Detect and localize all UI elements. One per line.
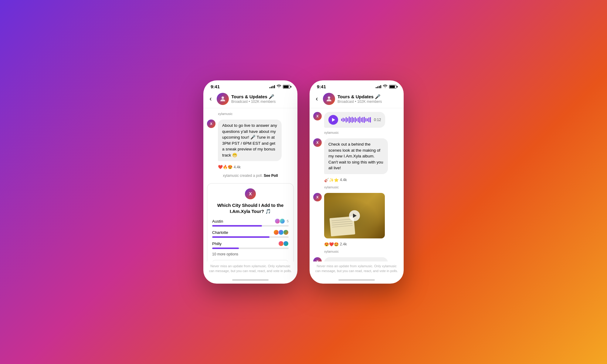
msg-sender-2: xylamusic (313, 131, 400, 134)
message-row-1: X About to go live to answer any questio… (207, 120, 294, 161)
msg-bubble-2: Check out a behind the scenes look at th… (324, 138, 388, 174)
video-play-overlay[interactable] (349, 210, 360, 221)
waveform-bar (353, 118, 354, 122)
waveform-bar (346, 117, 347, 123)
message-row-2: X Check out a behind the scenes look at … (313, 138, 400, 174)
reaction-emoji-2[interactable]: 🎸✨⭐ (324, 178, 339, 182)
msg-bubble-1: About to go live to answer any questions… (218, 120, 282, 161)
status-icons-left (270, 84, 290, 89)
msg-bubble-4: First stop: NEW YORK! See you in the big… (324, 257, 388, 261)
see-poll-link[interactable]: See Poll (264, 174, 278, 178)
home-indicator-right (338, 279, 375, 281)
chat-header-right: ‹ Tours & Updates 🎤 Broadcast • 102K mem… (310, 91, 404, 108)
status-time-right: 9:41 (317, 84, 326, 89)
msg-avatar-2: X (313, 138, 322, 147)
msg-sender-4: xylamusic (313, 250, 400, 253)
poll-option-charlotte: Charlotte (212, 230, 289, 238)
channel-subtitle-right: Broadcast • 102K members (337, 99, 400, 104)
mini-avatar-5 (283, 230, 289, 235)
waveform-bar (356, 118, 357, 121)
waveform-bar (343, 118, 344, 122)
header-info-right: Tours & Updates 🎤 Broadcast • 102K membe… (337, 94, 400, 104)
mini-avatar-7 (283, 241, 289, 246)
msg-sender-3: xylamusic (313, 185, 400, 189)
waveform-bar (352, 117, 353, 123)
poll-bar-bg-charlotte (212, 236, 289, 238)
waveform-bar (370, 117, 371, 123)
audio-bubble: 0:12 (324, 112, 385, 128)
video-thumbnail[interactable] (324, 193, 385, 238)
msg-avatar-3: X (313, 193, 322, 201)
msg-reactions-3: 😍❤️🤩 2.4k (313, 242, 400, 247)
svg-point-0 (222, 96, 224, 99)
chat-content-right: X (310, 108, 404, 261)
vote-count-austin: 5 (287, 219, 289, 223)
back-button-left[interactable]: ‹ (207, 95, 214, 103)
reaction-emoji-1[interactable]: ❤️🔥😍 (218, 165, 232, 169)
reaction-count-3: 2.4k (340, 242, 347, 246)
poll-option-avatars-austin: 5 (275, 218, 289, 224)
poll-option-avatars-philly (278, 241, 289, 246)
message-row-3: X (313, 193, 400, 238)
battery-icon-right (389, 85, 396, 89)
channel-title-left: Tours & Updates 🎤 (231, 94, 294, 99)
poll-option-philly: Philly (212, 241, 289, 249)
play-button[interactable] (328, 115, 338, 125)
header-avatar-left (217, 93, 229, 105)
poll-more-options: 10 more options (212, 252, 289, 256)
signal-icon (270, 85, 275, 88)
phone-left: 9:41 ‹ (203, 80, 297, 284)
waveform-bar (350, 117, 351, 122)
reaction-count-2: 4.4k (340, 178, 347, 182)
signal-icon-right (376, 85, 381, 88)
channel-subtitle-left: Broadcast • 102K members (231, 99, 294, 104)
message-row-4: X First stop: NEW YORK! See you in the b… (313, 257, 400, 261)
battery-icon (283, 85, 290, 89)
header-info-left: Tours & Updates 🎤 Broadcast • 102K membe… (231, 94, 294, 104)
waveform-bar (341, 119, 342, 121)
msg-reactions-1: ❤️🔥😍 4.4k (207, 165, 294, 169)
poll-bar-fill-charlotte (212, 236, 270, 238)
home-indicator-left (232, 279, 269, 281)
msg-avatar-4: X (313, 257, 322, 261)
msg-avatar-1: X (207, 120, 215, 128)
poll-question: Which City Should I Add to the I.Am.Xyla… (212, 202, 289, 214)
status-icons-right (376, 84, 396, 89)
svg-point-1 (328, 96, 330, 99)
poll-option-label-philly: Philly (212, 241, 222, 246)
video-play-icon (353, 214, 357, 218)
mini-avatar-2 (280, 218, 285, 224)
poll-bar-bg-austin (212, 225, 289, 227)
waveform-bar (367, 118, 368, 121)
poll-option-label-charlotte: Charlotte (212, 230, 228, 235)
status-bar-right: 9:41 (310, 80, 404, 91)
poll-option-austin: Austin 5 (212, 218, 289, 227)
waveform-bar (358, 117, 359, 122)
wifi-icon (276, 84, 281, 89)
waveform-bar (359, 116, 360, 123)
poll-bar-bg-philly (212, 248, 289, 249)
waveform-bar (355, 117, 356, 123)
poll-option-label-austin: Austin (212, 219, 223, 224)
message-sender-1: xylamusic (207, 112, 294, 116)
footer-notice-left: Never miss an update from xylamusic. Onl… (203, 261, 297, 278)
poll-card: X Which City Should I Add to the I.Am.Xy… (207, 183, 294, 261)
waveform-bar (365, 118, 366, 122)
status-time-left: 9:41 (211, 84, 220, 89)
chat-content-left: xylamusic X About to go live to answer a… (203, 108, 297, 261)
play-triangle-icon (332, 118, 335, 122)
poll-bar-fill-austin (212, 225, 262, 227)
phones-container: 9:41 ‹ (203, 80, 404, 284)
reaction-emoji-3[interactable]: 😍❤️🤩 (324, 242, 339, 247)
header-avatar-right (323, 93, 335, 105)
poll-creator-avatar: X (245, 188, 256, 199)
footer-notice-right: Never miss an update from xylamusic. Onl… (310, 261, 404, 278)
status-bar-left: 9:41 (203, 80, 297, 91)
waveform-bar (361, 118, 362, 122)
back-button-right[interactable]: ‹ (313, 95, 320, 103)
waveform-bar (368, 117, 369, 122)
waveform-bar (344, 118, 345, 121)
msg-avatar-audio: X (313, 112, 322, 120)
reaction-count-1: 4.4k (234, 165, 241, 169)
waveform-bar (349, 116, 350, 123)
